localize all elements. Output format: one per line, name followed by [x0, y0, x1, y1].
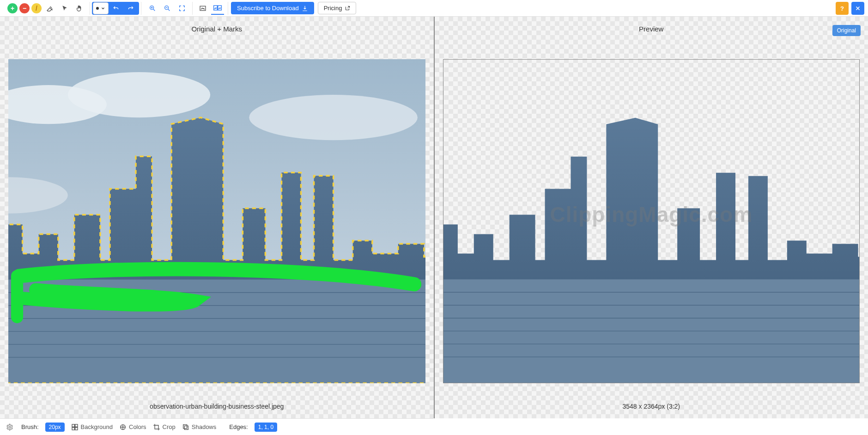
eraser-button[interactable]: [43, 2, 56, 15]
edges-label: Edges:: [229, 423, 248, 430]
edges-value[interactable]: 1, 1, 0: [255, 423, 277, 432]
help-label: ?: [840, 5, 844, 12]
subscribe-download-button[interactable]: Subscribe to Download: [231, 2, 314, 14]
main-split: Original + Marks: [0, 17, 868, 418]
svg-point-7: [68, 72, 210, 117]
brush-size-label: Brush:: [21, 423, 39, 430]
gear-icon: [6, 423, 13, 431]
zoom-out-button[interactable]: [161, 2, 174, 15]
toggle-original-button[interactable]: Original: [832, 25, 861, 36]
right-canvas-wrap: ClippingMagic.com: [443, 59, 860, 383]
subscribe-label: Subscribe to Download: [237, 5, 299, 12]
keep-brush-button[interactable]: +: [7, 3, 18, 13]
left-pane-title: Original + Marks: [0, 25, 434, 33]
svg-rect-31: [184, 426, 188, 429]
help-button[interactable]: ?: [836, 2, 849, 15]
zoom-in-button[interactable]: [146, 2, 159, 15]
close-icon: [855, 5, 861, 12]
settings-gear-button[interactable]: [5, 422, 15, 432]
brush-size-dropdown[interactable]: [93, 2, 109, 14]
right-pane: Preview Original: [435, 17, 868, 418]
svg-rect-28: [75, 427, 77, 429]
colors-label: Colors: [129, 423, 146, 430]
svg-rect-26: [75, 424, 77, 427]
view-mode-group: [193, 2, 228, 15]
brush-size-value[interactable]: 20px: [45, 423, 65, 432]
colors-icon: [119, 423, 127, 431]
pan-hand-button[interactable]: [73, 2, 86, 15]
background-label: Background: [81, 423, 113, 430]
split-view-button[interactable]: [211, 2, 224, 15]
original-canvas[interactable]: [8, 59, 425, 383]
pricing-button[interactable]: Pricing: [318, 2, 357, 14]
svg-rect-25: [72, 424, 74, 427]
pointer-button[interactable]: [58, 2, 71, 15]
brush-undo-redo-group: [92, 2, 139, 15]
crop-label: Crop: [163, 423, 176, 430]
top-toolbar: + − /: [0, 0, 868, 17]
svg-point-8: [249, 95, 418, 140]
redo-button[interactable]: [124, 2, 137, 15]
bottom-toolbar: Brush: 20px Background Colors Crop Shado…: [0, 418, 433, 435]
single-view-button[interactable]: [196, 2, 209, 15]
crop-option[interactable]: Crop: [153, 423, 176, 431]
right-pane-title: Preview: [435, 25, 868, 33]
preview-image: [443, 60, 860, 383]
svg-rect-27: [72, 427, 74, 429]
original-image: [8, 59, 425, 383]
background-icon: [71, 423, 79, 431]
mark-tools-group: + − /: [4, 2, 90, 15]
background-option[interactable]: Background: [71, 423, 113, 431]
external-link-icon: [345, 6, 350, 11]
svg-rect-30: [183, 424, 187, 428]
left-pane: Original + Marks: [0, 17, 434, 418]
undo-button[interactable]: [109, 2, 122, 15]
hair-brush-button[interactable]: /: [31, 3, 42, 13]
svg-point-24: [9, 426, 11, 428]
remove-brush-button[interactable]: −: [19, 3, 30, 13]
close-button[interactable]: [851, 2, 864, 15]
left-canvas-wrap: [8, 59, 425, 383]
dimensions-label: 3548 x 2364px (3:2): [435, 403, 868, 410]
crop-icon: [153, 423, 160, 431]
filename-label: observation-urban-building-business-stee…: [0, 403, 434, 410]
pricing-label: Pricing: [324, 5, 342, 12]
fit-screen-button[interactable]: [176, 2, 188, 15]
colors-option[interactable]: Colors: [119, 423, 146, 431]
shadows-option[interactable]: Shadows: [182, 423, 216, 431]
download-icon: [302, 5, 308, 12]
toolbar-right-group: ?: [836, 2, 864, 15]
preview-canvas[interactable]: ClippingMagic.com: [443, 59, 860, 383]
shadows-label: Shadows: [192, 423, 216, 430]
zoom-group: [141, 2, 193, 15]
shadows-icon: [182, 423, 189, 431]
